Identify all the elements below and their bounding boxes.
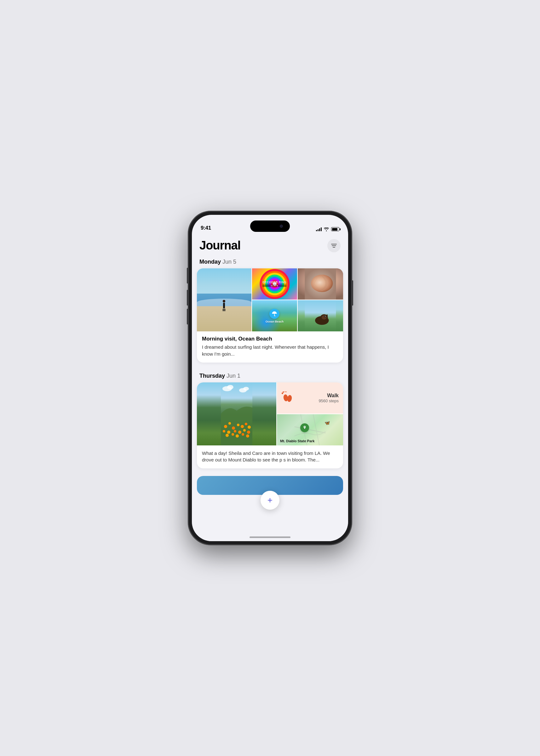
walk-tile: Walk 9560 steps: [277, 382, 343, 414]
svg-point-22: [224, 425, 227, 428]
svg-rect-15: [305, 300, 336, 331]
app-content: Journal Monday Jun 5: [192, 234, 348, 525]
date-section-1: Monday Jun 5: [192, 256, 348, 268]
card-text-1: Morning visit, Ocean Beach I dreamed abo…: [197, 331, 343, 363]
card-text-2: What a day! Sheila and Caro are in town …: [197, 445, 343, 469]
date-num-1: Jun 5: [222, 259, 236, 265]
svg-point-19: [325, 315, 326, 317]
svg-point-47: [283, 392, 285, 393]
svg-point-33: [243, 429, 246, 432]
decoder-ring-subtitle: SLATE: [262, 285, 286, 287]
decoder-ring-title: DECODER RING: [262, 281, 286, 284]
decoder-ring-text: DECODER RING SLATE: [262, 281, 286, 287]
dog-svg: [298, 300, 343, 331]
svg-point-23: [228, 422, 231, 425]
svg-point-43: [243, 387, 249, 391]
filter-icon: [331, 243, 337, 249]
shell-visual: [298, 268, 343, 300]
svg-point-45: [287, 395, 292, 402]
svg-point-32: [238, 431, 241, 434]
svg-point-30: [227, 431, 230, 434]
dog-tile: [298, 300, 343, 331]
svg-point-37: [236, 435, 239, 438]
app-title: Journal: [200, 239, 240, 252]
card-title-1: Morning visit, Ocean Beach: [202, 336, 338, 342]
app-header: Journal: [192, 234, 348, 256]
status-icons: [316, 227, 339, 231]
wifi-icon: [324, 227, 329, 231]
svg-point-28: [248, 426, 251, 429]
map-pin: [300, 423, 309, 432]
filter-button[interactable]: [327, 239, 340, 252]
date-label-1: Monday Jun 5: [200, 259, 236, 265]
svg-point-26: [241, 425, 244, 428]
svg-point-49: [285, 392, 287, 393]
person-head: [223, 300, 225, 303]
decoder-ring-tile: DECODER RING SLATE: [252, 268, 297, 300]
svg-point-46: [281, 393, 283, 394]
ocean-beach-tile: Ocean Beach: [252, 300, 297, 331]
phone-frame: 9:41 Journal: [188, 211, 352, 545]
flowers-photo: [197, 382, 276, 445]
ocean-beach-icon: [269, 309, 279, 319]
butterfly-icon: 🦋: [325, 420, 330, 425]
shell-svg: [298, 268, 343, 300]
date-day-2: Thursday: [200, 373, 225, 379]
ocean-beach-label: Ocean Beach: [266, 320, 284, 323]
footprint-icon: [281, 392, 294, 404]
map-pin-icon: [302, 425, 307, 430]
flowers-scene: [197, 382, 276, 445]
home-indicator: [249, 537, 291, 538]
map-label: Mt. Diablo State Park: [280, 439, 315, 443]
beach-person: [222, 300, 226, 309]
date-section-2: Thursday Jun 1: [192, 370, 348, 382]
person-legs: [222, 309, 226, 311]
person-leg-left: [223, 309, 224, 311]
status-time: 9:41: [201, 225, 211, 231]
journal-card-1[interactable]: DECODER RING SLATE: [197, 268, 343, 363]
camera-dot: [280, 225, 283, 228]
svg-point-39: [246, 435, 249, 438]
umbrella-icon: [272, 311, 277, 316]
svg-point-36: [231, 433, 234, 436]
svg-point-53: [304, 427, 305, 428]
svg-point-34: [247, 431, 250, 434]
svg-point-35: [225, 434, 229, 437]
svg-point-29: [223, 430, 225, 433]
dog-scene: [298, 300, 343, 331]
beach-photo: [197, 268, 251, 331]
person-body: [223, 303, 225, 309]
svg-point-27: [245, 423, 247, 425]
plus-icon: +: [267, 496, 273, 505]
image-grid-1: DECODER RING SLATE: [197, 268, 343, 331]
person-leg-right: [224, 309, 225, 311]
flowers-svg: [197, 382, 276, 445]
map-tile: 🦋 Mt. Diablo State Park: [277, 414, 343, 445]
walk-info: Walk 9560 steps: [319, 393, 339, 403]
card-body-1: I dreamed about surfing last night. When…: [202, 344, 338, 357]
phone-screen: 9:41 Journal: [192, 215, 348, 541]
battery-icon: [331, 227, 339, 231]
date-label-2: Thursday Jun 1: [200, 373, 240, 379]
dynamic-island: [250, 220, 290, 232]
walk-steps: 9560 steps: [319, 399, 339, 403]
svg-point-41: [227, 385, 233, 389]
svg-point-20: [325, 316, 326, 316]
date-num-2: Jun 1: [226, 373, 240, 379]
svg-point-18: [322, 315, 327, 320]
signal-bars-icon: [316, 227, 322, 231]
add-entry-button[interactable]: +: [261, 491, 279, 510]
image-grid-2: Walk 9560 steps: [197, 382, 343, 445]
date-day-1: Monday: [200, 259, 221, 265]
svg-point-31: [234, 430, 236, 433]
card-body-2: What a day! Sheila and Caro are in town …: [202, 450, 338, 464]
beach-scene: [197, 268, 251, 331]
walk-label: Walk: [319, 393, 339, 399]
journal-card-2[interactable]: Walk 9560 steps: [197, 382, 343, 469]
svg-point-24: [232, 427, 235, 430]
svg-line-50: [295, 427, 326, 433]
svg-point-25: [237, 424, 239, 426]
shell-tile: [298, 268, 343, 300]
svg-point-38: [242, 433, 244, 436]
battery-fill: [332, 228, 338, 231]
